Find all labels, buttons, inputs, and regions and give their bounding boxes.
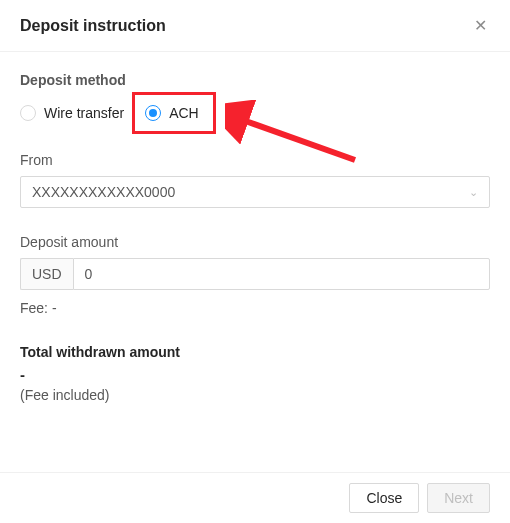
from-label: From — [20, 152, 490, 168]
annotation-highlight: ACH — [132, 92, 216, 134]
dialog-title: Deposit instruction — [20, 17, 166, 35]
dialog-header: Deposit instruction ✕ — [0, 0, 510, 52]
deposit-amount-label: Deposit amount — [20, 234, 490, 250]
dialog-footer: Close Next — [0, 472, 510, 523]
fee-text: Fee: - — [20, 300, 490, 316]
total-withdrawn-label: Total withdrawn amount — [20, 344, 490, 360]
chevron-down-icon: ⌄ — [469, 186, 478, 199]
close-icon[interactable]: ✕ — [470, 16, 490, 35]
deposit-amount-row: USD — [20, 258, 490, 290]
close-button[interactable]: Close — [349, 483, 419, 513]
deposit-method-radio-group: Wire transfer ACH — [20, 102, 490, 124]
next-button[interactable]: Next — [427, 483, 490, 513]
deposit-method-label: Deposit method — [20, 72, 490, 88]
currency-addon: USD — [20, 258, 73, 290]
deposit-amount-input[interactable] — [73, 258, 490, 290]
dialog-body: Deposit method Wire transfer ACH From XX… — [0, 52, 510, 423]
from-account-select[interactable]: XXXXXXXXXXXX0000 ⌄ — [20, 176, 490, 208]
total-withdrawn-value: - — [20, 366, 490, 383]
radio-label: Wire transfer — [44, 105, 124, 121]
radio-icon — [20, 105, 36, 121]
select-value: XXXXXXXXXXXX0000 — [32, 184, 175, 200]
radio-wire-transfer[interactable]: Wire transfer — [20, 105, 124, 121]
radio-label: ACH — [169, 105, 199, 121]
radio-icon — [145, 105, 161, 121]
radio-ach[interactable]: ACH — [145, 105, 199, 121]
fee-included-note: (Fee included) — [20, 387, 490, 403]
